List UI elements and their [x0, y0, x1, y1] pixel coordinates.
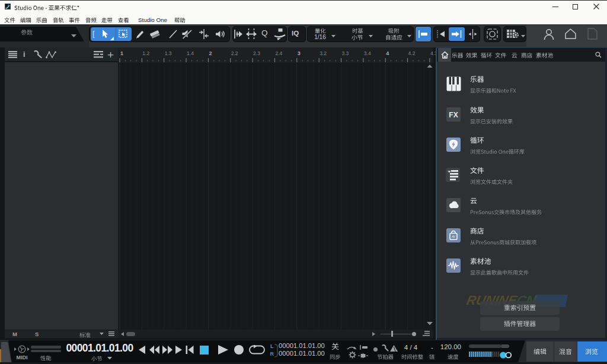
svg-text:FX: FX: [449, 111, 458, 119]
svg-text:AV: AV: [452, 235, 455, 238]
